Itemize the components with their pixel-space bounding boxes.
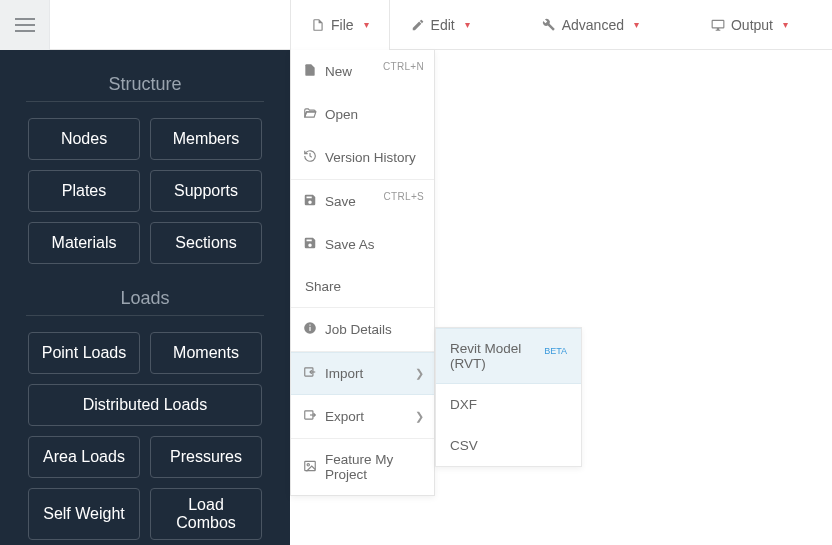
chevron-down-icon: ▾ <box>783 19 788 30</box>
btn-area-loads[interactable]: Area Loads <box>28 436 140 478</box>
menu-file[interactable]: File ▾ <box>290 0 390 49</box>
btn-members[interactable]: Members <box>150 118 262 160</box>
import-revit[interactable]: Revit Model (RVT) BETA <box>436 328 581 384</box>
divider <box>26 315 264 316</box>
svg-rect-5 <box>305 461 316 470</box>
menu-advanced[interactable]: Advanced ▾ <box>521 0 660 49</box>
file-dropdown: New CTRL+N Open Version History Save CTR… <box>290 50 435 496</box>
menu-output-label: Output <box>731 17 773 33</box>
chevron-right-icon: ❯ <box>415 367 424 380</box>
loads-buttons: Point Loads Moments Distributed Loads Ar… <box>18 332 272 540</box>
import-dxf-label: DXF <box>450 397 477 412</box>
info-icon <box>303 321 317 338</box>
import-dxf[interactable]: DXF <box>436 384 581 425</box>
import-revit-label: Revit Model (RVT) <box>450 341 532 371</box>
file-version-history-label: Version History <box>325 150 416 165</box>
file-job-details-label: Job Details <box>325 322 392 337</box>
export-icon <box>303 408 317 425</box>
btn-pressures[interactable]: Pressures <box>150 436 262 478</box>
import-csv[interactable]: CSV <box>436 425 581 466</box>
import-csv-label: CSV <box>450 438 478 453</box>
btn-materials[interactable]: Materials <box>28 222 140 264</box>
svg-rect-2 <box>309 325 310 326</box>
hamburger-menu-button[interactable] <box>0 0 50 50</box>
btn-sections[interactable]: Sections <box>150 222 262 264</box>
file-save-label: Save <box>325 194 356 209</box>
pencil-icon <box>411 18 425 32</box>
btn-distributed-loads[interactable]: Distributed Loads <box>28 384 262 426</box>
beta-badge: BETA <box>544 346 567 356</box>
section-title-loads: Loads <box>18 288 272 309</box>
file-save-as-label: Save As <box>325 237 375 252</box>
svg-rect-1 <box>309 327 310 331</box>
hamburger-icon <box>15 18 35 32</box>
file-icon <box>311 18 325 32</box>
top-menu-bar: File ▾ Edit ▾ Advanced ▾ Output ▾ <box>50 0 832 50</box>
btn-moments[interactable]: Moments <box>150 332 262 374</box>
file-import-label: Import <box>325 366 363 381</box>
file-share[interactable]: Share <box>291 266 434 307</box>
file-new-label: New <box>325 64 352 79</box>
folder-open-icon <box>303 106 317 123</box>
btn-self-weight[interactable]: Self Weight <box>28 488 140 540</box>
menu-file-label: File <box>331 17 354 33</box>
structure-buttons: Nodes Members Plates Supports Materials … <box>18 118 272 264</box>
menu-edit-label: Edit <box>431 17 455 33</box>
save-icon <box>303 193 317 210</box>
topbar-spacer <box>50 0 290 49</box>
file-job-details[interactable]: Job Details <box>291 308 434 351</box>
import-submenu: Revit Model (RVT) BETA DXF CSV <box>435 327 582 467</box>
btn-supports[interactable]: Supports <box>150 170 262 212</box>
import-icon <box>303 365 317 382</box>
file-save-shortcut: CTRL+S <box>384 191 424 202</box>
svg-point-6 <box>307 463 309 465</box>
btn-load-combos[interactable]: Load Combos <box>150 488 262 540</box>
chevron-down-icon: ▾ <box>634 19 639 30</box>
history-icon <box>303 149 317 166</box>
divider <box>26 101 264 102</box>
file-open[interactable]: Open <box>291 93 434 136</box>
section-title-structure: Structure <box>18 74 272 95</box>
file-import[interactable]: Import ❯ <box>291 352 434 395</box>
chevron-down-icon: ▾ <box>364 19 369 30</box>
btn-plates[interactable]: Plates <box>28 170 140 212</box>
menu-output[interactable]: Output ▾ <box>690 0 809 49</box>
file-export[interactable]: Export ❯ <box>291 395 434 438</box>
save-as-icon <box>303 236 317 253</box>
wrench-icon <box>542 18 556 32</box>
btn-nodes[interactable]: Nodes <box>28 118 140 160</box>
btn-point-loads[interactable]: Point Loads <box>28 332 140 374</box>
sidebar: Structure Nodes Members Plates Supports … <box>0 50 290 545</box>
file-new[interactable]: New CTRL+N <box>291 50 434 93</box>
file-feature-label: Feature My Project <box>325 452 422 482</box>
monitor-icon <box>711 18 725 32</box>
file-save-as[interactable]: Save As <box>291 223 434 266</box>
file-new-shortcut: CTRL+N <box>383 61 424 72</box>
file-export-label: Export <box>325 409 364 424</box>
chevron-right-icon: ❯ <box>415 410 424 423</box>
file-feature-project[interactable]: Feature My Project <box>291 439 434 495</box>
file-new-icon <box>303 63 317 80</box>
menu-edit[interactable]: Edit ▾ <box>390 0 491 49</box>
chevron-down-icon: ▾ <box>465 19 470 30</box>
file-open-label: Open <box>325 107 358 122</box>
file-version-history[interactable]: Version History <box>291 136 434 179</box>
file-save[interactable]: Save CTRL+S <box>291 180 434 223</box>
menu-settings[interactable]: Settings <box>809 0 832 49</box>
image-icon <box>303 459 317 476</box>
file-share-label: Share <box>305 279 341 294</box>
menu-advanced-label: Advanced <box>562 17 624 33</box>
